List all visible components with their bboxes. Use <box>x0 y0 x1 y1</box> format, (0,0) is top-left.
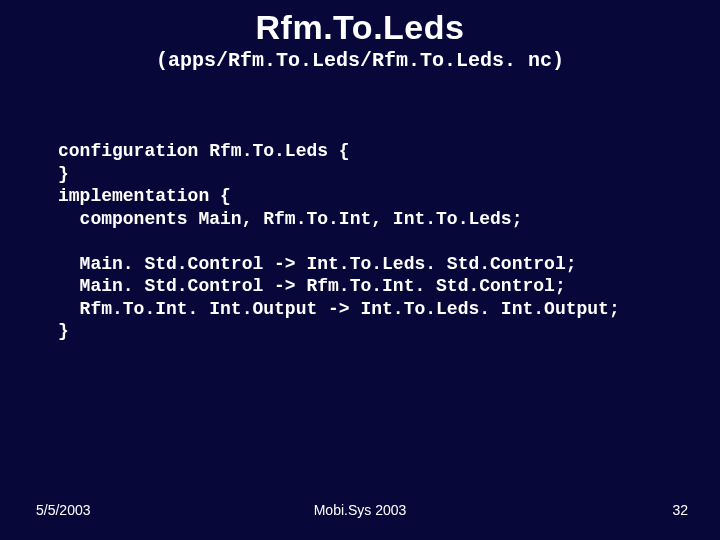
code-line: } <box>58 321 69 341</box>
code-line: configuration Rfm.To.Leds { <box>58 141 350 161</box>
code-line: Main. Std.Control -> Rfm.To.Int. Std.Con… <box>58 276 566 296</box>
footer-page-number: 32 <box>672 502 688 518</box>
footer-venue: Mobi.Sys 2003 <box>0 502 720 518</box>
footer: 5/5/2003 Mobi.Sys 2003 32 <box>0 502 720 522</box>
slide: Rfm.To.Leds (apps/Rfm.To.Leds/Rfm.To.Led… <box>0 0 720 540</box>
code-line: implementation { <box>58 186 231 206</box>
code-line: } <box>58 164 69 184</box>
code-line: Rfm.To.Int. Int.Output -> Int.To.Leds. I… <box>58 299 620 319</box>
code-line: components Main, Rfm.To.Int, Int.To.Leds… <box>58 209 522 229</box>
slide-subtitle: (apps/Rfm.To.Leds/Rfm.To.Leds. nc) <box>0 49 720 72</box>
slide-title: Rfm.To.Leds <box>0 0 720 47</box>
code-line: Main. Std.Control -> Int.To.Leds. Std.Co… <box>58 254 576 274</box>
code-block: configuration Rfm.To.Leds { } implementa… <box>58 140 680 343</box>
